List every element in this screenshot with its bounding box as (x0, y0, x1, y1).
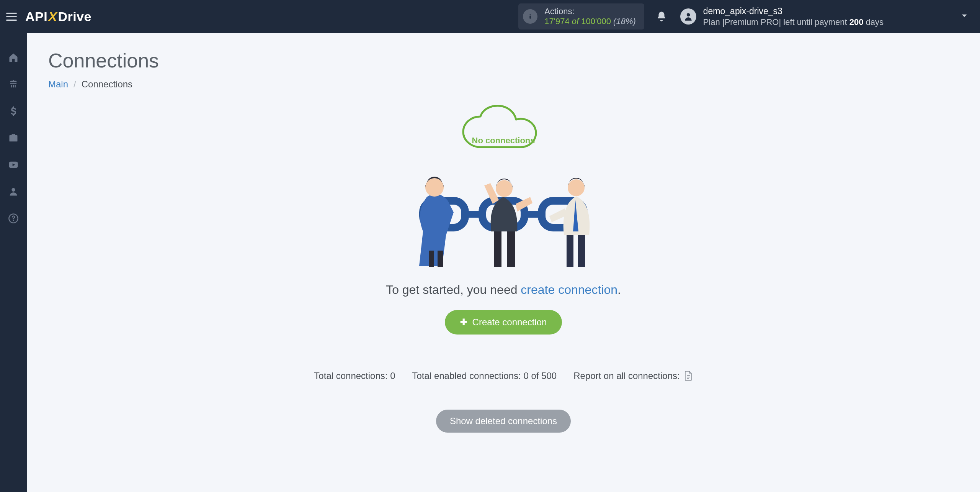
user-avatar-icon (680, 8, 696, 25)
svg-point-6 (13, 220, 14, 221)
breadcrumb-current: Connections (82, 79, 132, 90)
actions-pct: (18%) (613, 16, 636, 26)
create-connection-link[interactable]: create connection (521, 283, 617, 297)
svg-point-4 (11, 188, 15, 192)
svg-rect-1 (530, 16, 531, 19)
user-name: demo_apix-drive_s3 (703, 6, 884, 17)
svg-point-20 (568, 179, 585, 196)
svg-rect-13 (429, 251, 434, 267)
cloud-label: No connections (472, 136, 535, 146)
svg-point-17 (496, 180, 513, 197)
svg-point-0 (530, 14, 531, 15)
cloud-icon (457, 105, 549, 159)
app-header: API X Drive Actions: 17'974 of 100'000 (… (0, 0, 980, 33)
report-label: Report on all connections: (573, 371, 680, 381)
svg-rect-16 (507, 231, 515, 267)
total-connections-stat: Total connections: 0 (314, 371, 395, 381)
info-icon (523, 9, 537, 24)
svg-rect-19 (578, 235, 585, 267)
create-connection-button-label: Create connection (472, 317, 547, 328)
breadcrumb: Main / Connections (48, 79, 959, 90)
svg-rect-18 (567, 235, 573, 267)
enabled-connections-stat: Total enabled connections: 0 of 500 (412, 371, 557, 381)
sidebar-item-briefcase[interactable] (7, 131, 20, 145)
page-title: Connections (48, 49, 959, 72)
stats-row: Total connections: 0 Total enabled conne… (314, 371, 693, 381)
chevron-down-icon (890, 11, 969, 22)
sidebar-item-account[interactable] (7, 185, 20, 198)
sidebar-item-connections[interactable] (7, 77, 20, 91)
menu-toggle-button[interactable] (6, 10, 19, 23)
svg-rect-14 (438, 251, 443, 267)
user-text: demo_apix-drive_s3 Plan |Premium PRO| le… (703, 6, 884, 27)
create-connection-button[interactable]: ✚ Create connection (445, 310, 562, 335)
sidebar-item-home[interactable] (7, 51, 20, 64)
breadcrumb-home-link[interactable]: Main (48, 79, 68, 90)
people-chain-illustration (396, 155, 611, 270)
main-content: Connections Main / Connections No connec… (27, 33, 980, 492)
logo-text-3: Drive (58, 9, 91, 24)
sidebar (0, 33, 27, 492)
get-started-text: To get started, you need create connecti… (386, 283, 621, 297)
logo-text-2: X (48, 9, 57, 24)
actions-usage-pill[interactable]: Actions: 17'974 of 100'000 (18%) (518, 3, 644, 30)
plus-icon: ✚ (460, 317, 467, 327)
app-logo[interactable]: API X Drive (25, 9, 91, 24)
document-icon (684, 371, 693, 381)
actions-usage-text: Actions: 17'974 of 100'000 (18%) (544, 7, 635, 27)
user-plan: Plan |Premium PRO| left until payment 20… (703, 17, 884, 28)
empty-state: No connections (48, 105, 959, 433)
report-all-connections-link[interactable]: Report on all connections: (573, 371, 693, 381)
svg-rect-15 (494, 231, 501, 267)
sidebar-item-help[interactable] (7, 212, 20, 225)
svg-point-2 (686, 13, 690, 16)
actions-label: Actions: (544, 7, 635, 16)
notifications-button[interactable] (656, 11, 667, 22)
empty-state-illustration: No connections (396, 105, 611, 270)
sidebar-item-billing[interactable] (7, 104, 20, 118)
actions-of: of (572, 16, 579, 26)
show-deleted-button[interactable]: Show deleted connections (436, 410, 571, 433)
breadcrumb-separator: / (74, 79, 76, 90)
user-menu[interactable]: demo_apix-drive_s3 Plan |Premium PRO| le… (680, 6, 969, 27)
actions-total: 100'000 (581, 16, 611, 26)
actions-used: 17'974 (544, 16, 569, 26)
sidebar-item-video[interactable] (7, 158, 20, 172)
logo-text-1: API (25, 9, 47, 24)
svg-point-12 (425, 178, 444, 197)
